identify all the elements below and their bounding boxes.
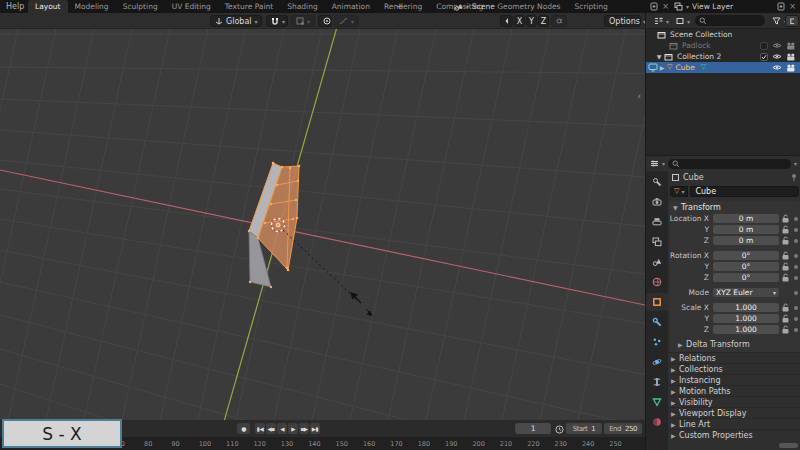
animate-dot-icon[interactable] [794, 217, 798, 221]
expand-arrow-icon[interactable]: ▼ [655, 53, 663, 60]
render-properties-tab[interactable] [646, 193, 668, 211]
panel-motion-paths[interactable]: ▶Motion Paths [668, 385, 800, 396]
lock-icon[interactable] [779, 314, 791, 323]
outliner-filter-object-dropdown[interactable]: ▾ [672, 15, 692, 27]
animate-dot-icon[interactable] [794, 265, 798, 269]
animate-dot-icon[interactable] [794, 228, 798, 232]
material-properties-tab[interactable] [646, 413, 668, 431]
animate-dot-icon[interactable] [794, 317, 798, 321]
rotation-y-field[interactable]: 0° [713, 262, 779, 272]
tool-properties-tab[interactable] [646, 173, 668, 191]
panel-relations[interactable]: ▶Relations [668, 352, 800, 363]
workspace-tab-shading[interactable]: Shading [280, 0, 324, 13]
workspace-tab-modeling[interactable]: Modeling [68, 0, 116, 13]
panel-line-art[interactable]: ▶Line Art [668, 418, 800, 429]
mirror-z-toggle[interactable]: Z [538, 15, 549, 27]
scene-properties-tab[interactable] [646, 253, 668, 271]
sidebar-toggle-arrow[interactable]: ‹ [637, 91, 641, 101]
panel-instancing[interactable]: ▶Instancing [668, 374, 800, 385]
rotation-z-field[interactable]: 0° [713, 273, 779, 283]
object-id-dropdown[interactable]: ▽ ▾ [670, 186, 688, 197]
scene-selector[interactable]: ▾ Scene × [454, 1, 669, 12]
object-properties-tab[interactable] [646, 293, 668, 311]
snap-target-dropdown[interactable]: ▾ [291, 15, 315, 27]
lock-icon[interactable] [779, 262, 791, 271]
outliner-display-mode-dropdown[interactable]: ▾ [650, 15, 670, 27]
data-properties-tab[interactable] [646, 393, 668, 411]
exclude-checkbox[interactable] [760, 42, 768, 50]
animate-dot-icon[interactable] [794, 328, 798, 332]
frame-end-field[interactable]: End 250 [604, 423, 642, 434]
animate-dot-icon[interactable] [794, 239, 798, 243]
outliner-row-padlock[interactable]: Padlock [646, 40, 800, 51]
outliner-row-collection-2[interactable]: ▼ Collection 2 [646, 51, 800, 62]
help-menu[interactable]: Help [6, 2, 24, 11]
workspace-tab-texture-paint[interactable]: Texture Paint [218, 0, 280, 13]
auto-key-record-button[interactable]: ● [237, 423, 250, 434]
remove-view-layer-icon[interactable]: × [789, 2, 796, 11]
properties-options-dropdown[interactable]: ▾ [794, 160, 797, 167]
panel-delta-transform[interactable]: ▶ Delta Transform [669, 339, 800, 350]
view-layer-properties-tab[interactable] [646, 233, 668, 251]
location-x-field[interactable]: 0 m [713, 214, 779, 224]
location-z-field[interactable]: 0 m [713, 236, 779, 246]
pin-icon[interactable] [790, 173, 798, 182]
animate-dot-icon[interactable] [794, 306, 798, 310]
jump-to-end-button[interactable]: ▶▮ [310, 423, 320, 434]
panel-custom-properties[interactable]: ▶Custom Properties [668, 429, 800, 440]
next-keyframe-button[interactable]: ▪▶ [299, 423, 309, 434]
camera-icon[interactable] [786, 64, 796, 72]
new-collection-button[interactable] [785, 15, 799, 27]
camera-icon[interactable] [786, 53, 796, 61]
physics-properties-tab[interactable] [646, 353, 668, 371]
previous-keyframe-button[interactable]: ◀▪ [266, 423, 276, 434]
mirror-x-toggle[interactable]: X [514, 15, 525, 27]
transform-panel-header[interactable]: ▼ Transform [669, 201, 800, 213]
world-properties-tab[interactable] [646, 273, 668, 291]
new-scene-icon[interactable] [650, 2, 659, 11]
eye-icon[interactable] [772, 42, 782, 49]
lock-icon[interactable] [779, 251, 791, 260]
panel-viewport-display[interactable]: ▶Viewport Display [668, 407, 800, 418]
transform-orientation-dropdown[interactable]: Global ▾ [210, 15, 262, 27]
lock-icon[interactable] [779, 225, 791, 234]
workspace-tab-sculpting[interactable]: Sculpting [116, 0, 165, 13]
workspace-tab-uv-editing[interactable]: UV Editing [165, 0, 218, 13]
play-button[interactable]: ▶ [288, 423, 298, 434]
modifiers-properties-tab[interactable] [646, 313, 668, 331]
rotation-x-field[interactable]: 0° [713, 251, 779, 261]
eye-icon[interactable] [772, 53, 782, 60]
outliner-row-cube[interactable]: ▶ ▽ Cube ▽ [646, 62, 800, 73]
eye-icon[interactable] [772, 64, 782, 71]
panel-visibility[interactable]: ▶Visibility [668, 396, 800, 407]
lock-icon[interactable] [779, 236, 791, 245]
constraints-properties-tab[interactable] [646, 373, 668, 391]
proportional-editing-toggle[interactable] [318, 15, 332, 27]
location-y-field[interactable]: 0 m [713, 225, 779, 235]
particles-properties-tab[interactable] [646, 333, 668, 351]
options-dropdown[interactable]: Options ▾ [604, 15, 641, 27]
frame-start-field[interactable]: Start 1 [566, 423, 602, 434]
properties-search-input[interactable] [668, 159, 791, 169]
snap-base-icon[interactable] [551, 15, 567, 27]
expand-arrow-icon[interactable]: ▶ [658, 64, 666, 71]
lock-icon[interactable] [779, 273, 791, 282]
outliner-search-input[interactable] [695, 15, 765, 26]
lock-icon[interactable] [779, 325, 791, 334]
new-view-layer-icon[interactable] [777, 2, 786, 11]
view-layer-selector[interactable]: ▾ View Layer × [674, 1, 796, 12]
proportional-falloff-dropdown[interactable]: ▾ [334, 15, 358, 27]
play-reverse-button[interactable]: ◀ [277, 423, 287, 434]
outliner-filter-dropdown[interactable]: ▾ [768, 15, 786, 27]
object-name-input[interactable]: Cube [690, 186, 799, 197]
mode-dropdown[interactable]: XYZ Euler▾ [713, 288, 779, 298]
workspace-tab-layout[interactable]: Layout [28, 0, 68, 13]
scale-z-field[interactable]: 1.000 [713, 325, 779, 335]
add-workspace-button[interactable]: + [396, 1, 404, 11]
panel-resize-grip[interactable] [779, 443, 798, 448]
3d-viewport[interactable]: ‹ [0, 29, 645, 420]
workspace-tab-animation[interactable]: Animation [325, 0, 377, 13]
scale-y-field[interactable]: 1.000 [713, 314, 779, 324]
snap-toggle[interactable]: ▾ [266, 15, 288, 27]
jump-to-start-button[interactable]: ▮◀ [255, 423, 265, 434]
